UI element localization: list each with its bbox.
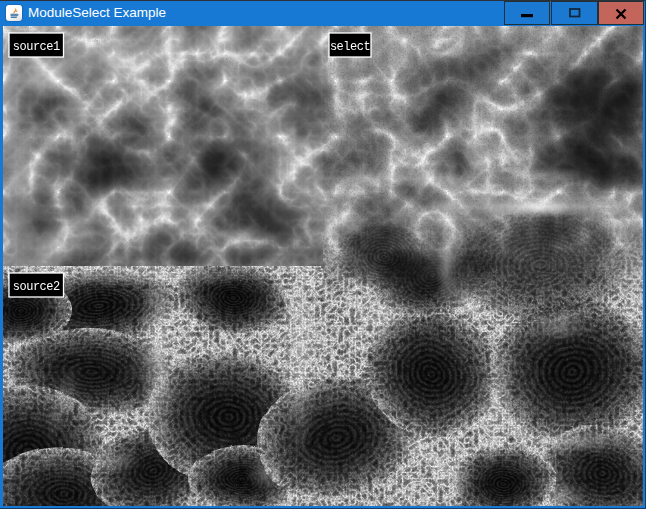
svg-text:source2: source2 xyxy=(13,280,60,294)
svg-text:source1: source1 xyxy=(13,40,60,54)
svg-text:select: select xyxy=(330,40,370,54)
